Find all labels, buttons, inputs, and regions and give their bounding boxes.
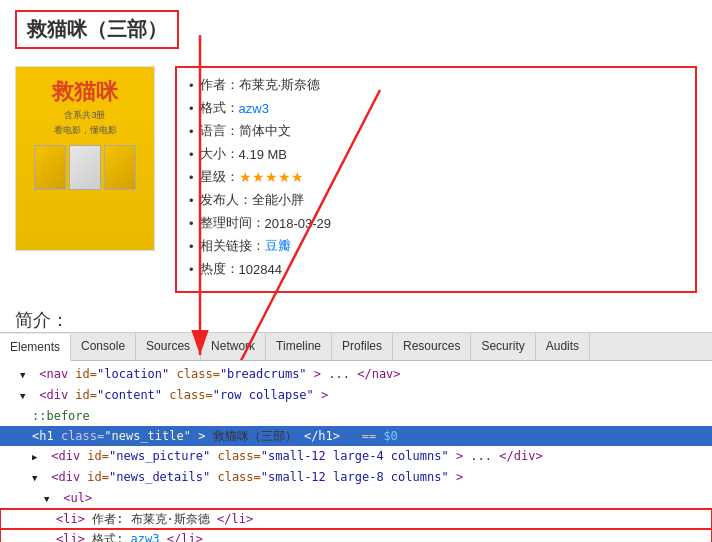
tab-network[interactable]: Network (201, 333, 266, 360)
triangle-content[interactable] (20, 386, 30, 405)
info-author: • 作者： 布莱克·斯奈德 (189, 76, 683, 94)
tab-elements[interactable]: Elements (0, 334, 71, 361)
triangle-nav[interactable] (20, 365, 30, 384)
heat-label: 热度： (200, 260, 239, 278)
code-line-nav[interactable]: <nav id="location" class="breadcrums" > … (0, 364, 712, 385)
info-language: • 语言： 简体中文 (189, 122, 683, 140)
date-value: 2018-03-29 (265, 216, 332, 231)
intro-title: 简介： (15, 308, 697, 332)
info-size: • 大小： 4.19 MB (189, 145, 683, 163)
code-line-li-format[interactable]: <li> 格式: azw3 </li> (0, 529, 712, 542)
devtools-tabs: Elements Console Sources Network Timelin… (0, 333, 712, 361)
page-title-box: 救猫咪（三部） (15, 10, 179, 49)
info-related: • 相关链接： 豆瓣 (189, 237, 683, 255)
heat-value: 102844 (239, 262, 282, 277)
tab-security[interactable]: Security (471, 333, 535, 360)
code-line-ul[interactable]: <ul> (0, 488, 712, 509)
date-label: 整理时间： (200, 214, 265, 232)
format-value[interactable]: azw3 (239, 101, 269, 116)
tab-audits[interactable]: Audits (536, 333, 590, 360)
tab-timeline[interactable]: Timeline (266, 333, 332, 360)
book-cover-title: 救猫咪 (52, 77, 118, 107)
rating-label: 星级： (200, 168, 239, 186)
code-line-news-details[interactable]: <div id="news_details" class="small-12 l… (0, 467, 712, 488)
mini-book-3 (104, 145, 136, 190)
content-area: 救猫咪（三部） 救猫咪 含系共3册 看电影，懂电影 (0, 0, 712, 360)
related-label: 相关链接： (200, 237, 265, 255)
info-date: • 整理时间： 2018-03-29 (189, 214, 683, 232)
format-label: 格式： (200, 99, 239, 117)
author-label: 作者： (200, 76, 239, 94)
book-mini-covers (34, 145, 136, 190)
info-rating: • 星级： ★★★★★ (189, 168, 683, 186)
triangle-news-picture[interactable] (32, 447, 42, 466)
mini-book-1 (34, 145, 66, 190)
tab-console[interactable]: Console (71, 333, 136, 360)
info-format: • 格式： azw3 (189, 99, 683, 117)
triangle-ul[interactable] (44, 489, 54, 508)
size-label: 大小： (200, 145, 239, 163)
publisher-label: 发布人： (200, 191, 252, 209)
info-publisher: • 发布人： 全能小胖 (189, 191, 683, 209)
book-cover-note: 含系共3册 (64, 109, 105, 122)
code-line-news-picture[interactable]: <div id="news_picture" class="small-12 l… (0, 446, 712, 467)
mini-book-2 (69, 145, 101, 190)
code-format-link[interactable]: azw3 (131, 532, 160, 542)
tab-profiles[interactable]: Profiles (332, 333, 393, 360)
code-line-h1[interactable]: <h1 class="news_title" > 救猫咪（三部） </h1> =… (0, 426, 712, 446)
language-value: 简体中文 (239, 122, 291, 140)
publisher-value: 全能小胖 (252, 191, 304, 209)
code-line-div-content[interactable]: <div id="content" class="row collapse" > (0, 385, 712, 406)
author-value: 布莱克·斯奈德 (239, 76, 321, 94)
triangle-news-details[interactable] (32, 468, 42, 487)
related-link[interactable]: 豆瓣 (265, 237, 291, 255)
book-cover-subtitle: 看电影，懂电影 (54, 124, 117, 137)
code-line-li-author[interactable]: <li> 作者: 布莱克·斯奈德 </li> (0, 509, 712, 529)
tab-sources[interactable]: Sources (136, 333, 201, 360)
tab-resources[interactable]: Resources (393, 333, 471, 360)
book-info: • 作者： 布莱克·斯奈德 • 格式： azw3 • 语言： 简体中文 • 大小… (175, 66, 697, 293)
devtools-content: <nav id="location" class="breadcrums" > … (0, 361, 712, 542)
rating-stars: ★★★★★ (239, 169, 304, 185)
page-title: 救猫咪（三部） (27, 18, 167, 40)
book-section: 救猫咪 含系共3册 看电影，懂电影 • 作者： 布莱克·斯奈德 (15, 66, 697, 293)
devtools-panel: Elements Console Sources Network Timelin… (0, 332, 712, 542)
code-line-before[interactable]: ::before (0, 406, 712, 426)
size-value: 4.19 MB (239, 147, 287, 162)
language-label: 语言： (200, 122, 239, 140)
book-cover: 救猫咪 含系共3册 看电影，懂电影 (15, 66, 155, 251)
info-heat: • 热度： 102844 (189, 260, 683, 278)
